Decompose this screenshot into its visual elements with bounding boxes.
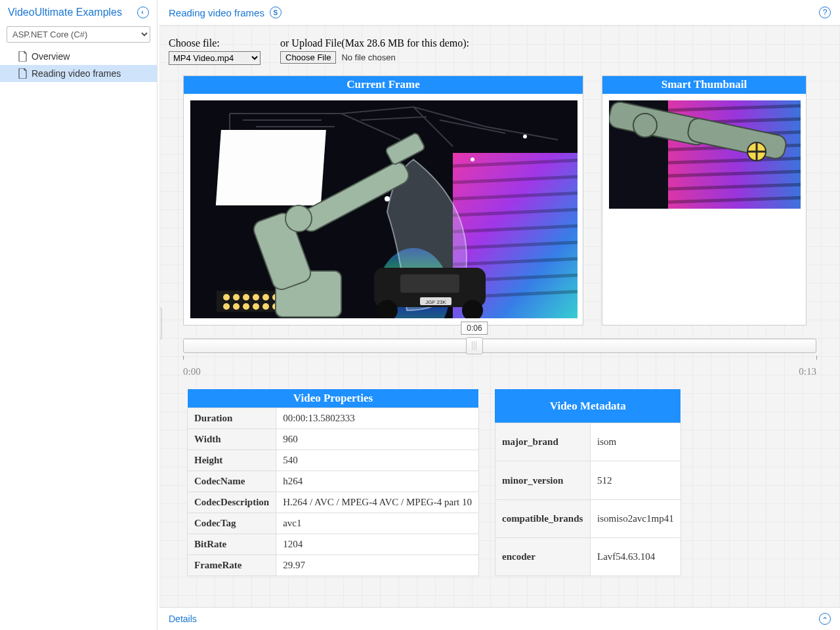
slider-end-label: 0:13	[799, 366, 816, 377]
table-row: major_brandisom	[495, 423, 681, 461]
table-row: CodecNameh264	[188, 471, 479, 492]
svg-point-5	[243, 294, 249, 301]
source-code-icon[interactable]: S	[270, 7, 282, 18]
table-row: FrameRate29.97	[188, 555, 479, 576]
smart-thumbnail-title: Smart Thumbnail	[602, 76, 806, 94]
table-row: CodecDescriptionH.264 / AVC / MPEG-4 AVC…	[188, 492, 479, 513]
expand-details-icon[interactable]	[819, 613, 831, 625]
current-frame-image: JGF 23K	[190, 100, 578, 318]
collapse-sidebar-icon[interactable]	[137, 7, 149, 18]
file-select[interactable]: MP4 Video.mp4	[169, 51, 261, 65]
no-file-chosen-text: No file chosen	[341, 52, 395, 62]
svg-point-4	[233, 294, 240, 301]
file-controls: Choose file: MP4 Video.mp4 or Upload Fil…	[169, 37, 831, 65]
svg-point-37	[385, 196, 390, 201]
sidebar-item-label: Overview	[32, 51, 70, 62]
slider-handle[interactable]	[466, 337, 483, 354]
slider-start-label: 0:00	[183, 366, 201, 377]
svg-point-38	[471, 158, 474, 161]
video-properties-title: Video Properties	[188, 389, 479, 408]
table-row: Width960	[188, 429, 479, 450]
details-label: Details	[169, 614, 197, 624]
svg-point-9	[253, 294, 259, 301]
choose-file-label: Choose file:	[169, 37, 261, 49]
main: Reading video frames S ? Choose file: MP…	[158, 0, 840, 630]
table-row: Duration00:00:13.5802333	[188, 408, 479, 429]
sidebar-item-reading-video-frames[interactable]: Reading video frames	[0, 65, 157, 82]
table-row: minor_version512	[495, 461, 681, 499]
svg-point-12	[253, 303, 259, 310]
choose-file-button[interactable]: Choose File	[280, 51, 336, 64]
sidebar-item-overview[interactable]: Overview	[0, 48, 157, 65]
slider-ticks	[183, 356, 816, 361]
svg-point-13	[262, 303, 269, 310]
framework-select[interactable]: ASP.NET Core (C#)	[7, 26, 150, 43]
svg-point-10	[262, 294, 269, 301]
current-frame-title: Current Frame	[184, 76, 583, 94]
video-properties-table: Video Properties Duration00:00:13.580233…	[187, 389, 479, 576]
details-bar[interactable]: Details	[159, 607, 840, 630]
svg-point-7	[233, 303, 240, 310]
sidebar-item-label: Reading video frames	[32, 68, 121, 79]
video-metadata-title: Video Metadata	[495, 389, 681, 423]
sidebar-nav: Overview Reading video frames	[0, 48, 157, 82]
svg-rect-34	[400, 274, 459, 293]
svg-point-3	[223, 294, 230, 301]
table-row: Height540	[188, 450, 479, 471]
splitter-handle[interactable]	[159, 308, 162, 339]
table-row: compatible_brandsisomiso2avc1mp41	[495, 499, 681, 537]
svg-point-39	[523, 135, 527, 138]
content-area: Choose file: MP4 Video.mp4 or Upload Fil…	[159, 26, 840, 607]
document-icon	[18, 51, 28, 62]
table-row: BitRate1204	[188, 534, 479, 555]
table-row: CodecTagavc1	[188, 513, 479, 534]
smart-thumbnail-panel: Smart Thumbnail	[602, 75, 807, 326]
current-frame-panel: Current Frame	[183, 75, 583, 326]
document-icon	[18, 68, 28, 79]
smart-thumbnail-image	[609, 100, 801, 209]
main-header: Reading video frames S ?	[159, 0, 840, 26]
time-slider[interactable]: 0:06	[183, 339, 816, 353]
svg-point-52	[633, 114, 657, 137]
upload-file-label: or Upload File(Max 28.6 MB for this demo…	[280, 37, 469, 49]
help-icon[interactable]: ?	[819, 7, 831, 18]
page-title: Reading video frames	[169, 7, 264, 18]
table-row: encoderLavf54.63.104	[495, 537, 681, 576]
svg-point-29	[285, 205, 312, 232]
slider-tooltip: 0:06	[461, 322, 488, 335]
sidebar-title: VideoUltimate Examples	[8, 7, 122, 18]
svg-rect-1	[216, 130, 326, 205]
sidebar: VideoUltimate Examples ASP.NET Core (C#)…	[0, 0, 158, 630]
svg-point-6	[223, 303, 230, 310]
video-metadata-table: Video Metadata major_brandisom minor_ver…	[495, 389, 681, 576]
slider-track[interactable]	[183, 339, 816, 353]
svg-point-8	[243, 303, 249, 310]
svg-text:JGF 23K: JGF 23K	[425, 299, 446, 305]
